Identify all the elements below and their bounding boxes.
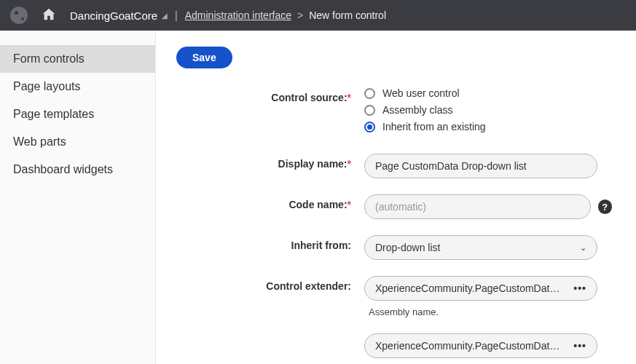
breadcrumb-separator: | <box>175 9 178 21</box>
site-dropdown-caret-icon[interactable]: ◢ <box>162 12 168 20</box>
topbar: DancingGoatCore ◢ | Administration inter… <box>0 0 636 31</box>
radio-icon <box>364 122 375 132</box>
form: Control source:* Web user control Assemb… <box>176 87 616 364</box>
chevron-down-icon: ⌄ <box>580 243 586 253</box>
save-button[interactable]: Save <box>176 47 232 68</box>
picker-value: XperienceCommunity.PageCustomDataCon… <box>375 282 565 294</box>
field-control-source: Web user control Assembly class Inherit … <box>364 87 612 138</box>
radio-inherit-existing[interactable]: Inherit from an existing <box>364 121 612 132</box>
input-placeholder: (automatic) <box>375 201 426 213</box>
radio-assembly-class[interactable]: Assembly class <box>364 104 612 116</box>
inherit-from-select[interactable]: Drop-down list ⌄ <box>364 235 597 260</box>
sidebar-item-label: Page templates <box>13 108 94 120</box>
radio-label: Inherit from an existing <box>382 121 486 132</box>
row-control-source: Control source:* Web user control Assemb… <box>176 87 616 138</box>
sidebar-item-page-templates[interactable]: Page templates <box>0 100 155 128</box>
breadcrumb-admin-link[interactable]: Administration interface <box>185 9 291 21</box>
required-marker: * <box>348 199 351 210</box>
sidebar-item-form-controls[interactable]: Form controls <box>0 45 155 73</box>
home-icon[interactable] <box>41 7 57 25</box>
sidebar-item-label: Page layouts <box>13 80 81 92</box>
sidebar-item-page-layouts[interactable]: Page layouts <box>0 73 155 100</box>
chevron-right-icon: > <box>297 9 303 21</box>
sidebar-item-web-parts[interactable]: Web parts <box>0 128 155 156</box>
class-name-picker[interactable]: XperienceCommunity.PageCustomDataCon… ••… <box>364 333 597 358</box>
row-code-name: Code name:* (automatic) ? <box>176 194 616 219</box>
assembly-name-picker[interactable]: XperienceCommunity.PageCustomDataCon… ••… <box>364 276 597 301</box>
code-name-input[interactable]: (automatic) <box>364 194 591 219</box>
required-marker: * <box>348 158 351 170</box>
label-control-extender: Control extender: <box>176 276 364 292</box>
radio-icon <box>364 105 375 116</box>
radio-web-user-control[interactable]: Web user control <box>364 87 612 99</box>
select-value: Drop-down list <box>375 242 440 253</box>
sidebar-item-label: Web parts <box>13 135 66 148</box>
picker-value: XperienceCommunity.PageCustomDataCon… <box>375 340 565 352</box>
sidebar-item-label: Form controls <box>13 52 85 65</box>
sidebar-item-label: Dashboard widgets <box>13 163 113 175</box>
ellipsis-icon: ••• <box>573 282 586 294</box>
ellipsis-icon: ••• <box>573 340 586 352</box>
display-name-input[interactable]: Page CustomData Drop-down list <box>364 154 597 178</box>
radio-label: Assembly class <box>382 104 452 116</box>
row-display-name: Display name:* Page CustomData Drop-down… <box>176 154 616 178</box>
breadcrumb-current: New form control <box>309 9 386 21</box>
assembly-name-caption: Assembly name. <box>369 306 612 317</box>
help-icon[interactable]: ? <box>598 199 612 214</box>
label-code-name: Code name:* <box>176 194 364 210</box>
app-logo-icon[interactable] <box>10 7 28 24</box>
label-display-name: Display name:* <box>176 154 364 170</box>
label-control-source: Control source:* <box>176 87 364 103</box>
label-inherit-from: Inherit from: <box>176 235 364 251</box>
row-inherit-from: Inherit from: Drop-down list ⌄ <box>176 235 616 260</box>
row-control-extender: Control extender: XperienceCommunity.Pag… <box>176 276 616 364</box>
input-value: Page CustomData Drop-down list <box>375 160 527 172</box>
sidebar: Form controls Page layouts Page template… <box>0 31 156 364</box>
required-marker: * <box>348 92 351 103</box>
radio-icon <box>364 88 375 99</box>
content-area: Save Control source:* Web user control A… <box>156 31 636 364</box>
site-name[interactable]: DancingGoatCore <box>70 9 157 22</box>
sidebar-item-dashboard-widgets[interactable]: Dashboard widgets <box>0 156 155 183</box>
radio-label: Web user control <box>382 87 460 99</box>
